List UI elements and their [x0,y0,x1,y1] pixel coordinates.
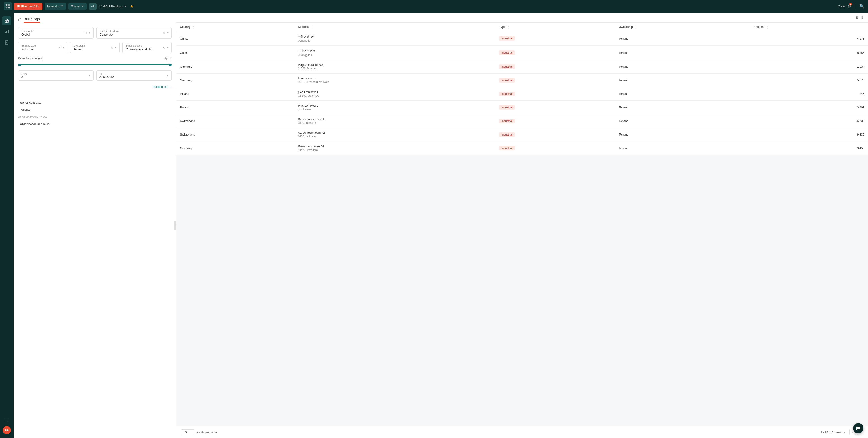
tenants-nav-item[interactable]: Tenants [18,106,172,113]
pagination-bar: 50 25 100 results per page 1 - 14 of 14 … [177,426,868,438]
table-row[interactable]: Switzerland Rugenparkstrasse 1 3800, Int… [177,114,868,128]
cell-country-6: Switzerland [177,114,294,128]
geography-clear-icon[interactable]: ✕ [84,31,87,35]
gfa-header: Gross floor area (m²) Apply [18,57,172,60]
col-header-ownership[interactable]: Ownership ⋮ [615,23,750,31]
remove-tenant-tag[interactable]: ✕ [81,4,84,8]
building-status-filter[interactable]: Building status Currently in Portfolio ✕… [122,42,172,53]
remove-industrial-tag[interactable]: ✕ [61,4,63,8]
filter-portfolio-button[interactable]: ☰ Filter portfolio [14,3,42,10]
top-nav: ☰ Filter portfolio Industrial ✕ Tenant ✕… [0,0,868,13]
table-row[interactable]: Germany Magazinstrasse 60 01099, Dresden… [177,60,868,74]
table-row[interactable]: Germany Leunastrasse 65929, Frankfurt am… [177,74,868,87]
area-sort-icon[interactable]: ⋮ [766,25,769,29]
buildings-count[interactable]: 14 /1011 Buildings ▼ [99,5,127,8]
table-row[interactable]: Poland Plac Lotników 1 , Goleniów Indust… [177,101,868,114]
favorite-star[interactable]: ★ [130,4,133,9]
ownership-clear-icon[interactable]: ✕ [111,46,113,50]
industrial-tag[interactable]: Industrial ✕ [44,3,66,9]
cell-area-8: 3.455 [750,141,868,155]
panel-header: Buildings [18,17,172,23]
col-header-country[interactable]: Country ⋮ [177,23,294,31]
svg-rect-1 [8,4,10,6]
svg-rect-8 [8,30,9,33]
filter-row-2: Building type Industrial ✕ ▼ Ownership T… [18,42,172,53]
cell-type-3: Industrial [496,74,615,87]
cell-country-5: Poland [177,101,294,114]
building-status-expand-icon[interactable]: ▼ [166,46,169,49]
svg-rect-3 [8,6,10,8]
building-list-label: Building list [152,85,167,88]
table-row[interactable]: Poland plac Lotników 1 72-100, Goleniów … [177,87,868,101]
custom-structure-expand-icon[interactable]: ▼ [166,31,169,35]
ownership-expand-icon[interactable]: ▼ [115,46,117,49]
search-icon[interactable]: 🔍 [859,4,864,9]
building-status-clear-icon[interactable]: ✕ [162,46,165,50]
building-type-clear-icon[interactable]: ✕ [58,46,61,50]
type-badge-2: Industrial [499,64,515,69]
organisation-roles-nav-item[interactable]: Organisation and roles [18,120,172,127]
cell-ownership-1: Tenant [615,46,750,60]
geography-expand-icon[interactable]: ▼ [88,31,91,35]
svg-rect-5 [6,21,7,23]
col-header-type[interactable]: Type ⋮ [496,23,615,31]
cell-type-0: Industrial [496,31,615,46]
col-header-area[interactable]: Area, m² ⋮ [750,23,868,31]
cell-type-7: Industrial [496,128,615,141]
sidebar-icon-analytics[interactable] [2,27,11,36]
from-clear-icon[interactable]: ✕ [88,74,91,77]
slider-thumb-right[interactable] [169,64,172,66]
sidebar-icon-collapse[interactable] [2,415,11,425]
ownership-filter[interactable]: Ownership Tenant ✕ ▼ [70,42,119,53]
sidebar-icon-buildings[interactable] [2,16,11,25]
address-primary-0: 中集大道 66 [298,35,492,39]
to-input[interactable]: To 29.536.842 ✕ [96,70,172,81]
cell-address-2: Magazinstrasse 60 01099, Dresden [294,60,496,74]
apply-button[interactable]: Apply [164,57,172,60]
type-badge-5: Industrial [499,105,515,110]
sidebar-icon-documents[interactable] [2,38,11,47]
avatar[interactable]: AA [3,426,11,434]
rental-contracts-nav-item[interactable]: Rental contracts [18,99,172,106]
building-list-link[interactable]: Building list → [18,85,172,88]
ownership-sort-icon[interactable]: ⋮ [634,25,637,29]
ownership-label: Ownership [73,45,116,47]
more-tags-button[interactable]: +3 [89,3,97,9]
col-header-address[interactable]: Address ⋮ [294,23,496,31]
custom-structure-value: Corporate [100,33,168,36]
building-type-filter[interactable]: Building type Industrial ✕ ▼ [18,42,67,53]
geography-label: Geography [22,30,90,32]
download-icon[interactable]: ⬇ [861,16,864,20]
gfa-slider[interactable] [18,63,172,67]
table-row[interactable]: Germany Drewitzerstrasse 46 14478, Potsd… [177,141,868,155]
custom-structure-filter[interactable]: Custom structure Corporate ✕ ▼ [96,27,172,39]
slider-thumb-left[interactable] [18,64,21,66]
chat-button[interactable] [853,423,864,434]
svg-rect-0 [6,4,7,6]
address-primary-5: Plac Lotników 1 [298,104,492,107]
custom-structure-clear-icon[interactable]: ✕ [162,31,165,35]
tenant-tag[interactable]: Tenant ✕ [68,3,87,9]
address-sort-icon[interactable]: ⋮ [311,25,313,29]
per-page-section: 50 25 100 results per page [181,430,217,435]
geography-filter[interactable]: Geography Global ✕ ▼ [18,27,94,39]
country-sort-icon[interactable]: ⋮ [192,25,195,29]
building-type-actions: ✕ ▼ [58,46,65,50]
cell-address-7: Av. du Technicum 42 2400, Le Locle [294,128,496,141]
svg-rect-15 [5,421,8,421]
clear-button[interactable]: Clear [838,4,845,8]
settings-icon[interactable]: ⚙ [855,16,858,20]
cell-country-7: Switzerland [177,128,294,141]
per-page-select[interactable]: 50 25 100 [181,430,194,435]
to-clear-icon[interactable]: ✕ [166,74,169,77]
table-row[interactable]: Switzerland Av. du Technicum 42 2400, Le… [177,128,868,141]
panel-collapse-handle[interactable]: ‹ [174,221,177,230]
building-type-expand-icon[interactable]: ▼ [62,46,65,49]
table-row[interactable]: China 工业西三路 6 , Dongguan Industrial Tena… [177,46,868,60]
from-input[interactable]: From 0 ✕ [18,70,94,81]
panel-title: Buildings [24,17,40,23]
gfa-section: Gross floor area (m²) Apply From 0 ✕ [18,57,172,81]
table-row[interactable]: China 中集大道 66 , Chengdu Industrial Tenan… [177,31,868,46]
type-sort-icon[interactable]: ⋮ [507,25,510,29]
building-type-label: Building type [22,45,64,47]
